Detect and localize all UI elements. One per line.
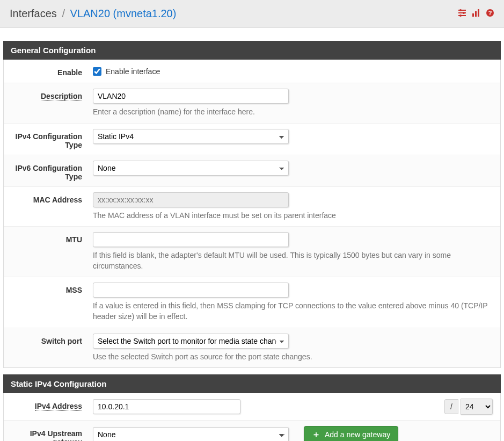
row-mtu: MTU If this field is blank, the adapter'… xyxy=(4,227,500,277)
description-input[interactable] xyxy=(93,89,289,104)
breadcrumb-current[interactable]: VLAN20 (mvneta1.20) xyxy=(70,8,177,19)
cidr-slash: / xyxy=(444,399,458,414)
row-ipv4-gateway: IPv4 Upstream gateway None ＋ Add a new g… xyxy=(4,421,500,441)
label-mac: MAC Address xyxy=(4,192,90,221)
chart-icon[interactable] xyxy=(472,9,480,19)
panel-general-configuration: General Configuration Enable Enable inte… xyxy=(3,41,501,368)
row-enable: Enable Enable interface xyxy=(4,60,500,83)
add-gateway-button[interactable]: ＋ Add a new gateway xyxy=(304,426,398,441)
panel-title-staticv4: Static IPv4 Configuration xyxy=(3,374,501,393)
row-mss: MSS If a value is entered in this field,… xyxy=(4,277,500,328)
page-header: Interfaces / VLAN20 (mvneta1.20) ? xyxy=(0,0,504,28)
breadcrumb: Interfaces / VLAN20 (mvneta1.20) xyxy=(10,8,176,20)
switchport-help: Use the selected Switch port as source f… xyxy=(93,352,493,363)
mss-help: If a value is entered in this field, the… xyxy=(93,301,493,322)
header-actions: ? xyxy=(458,9,494,19)
mss-input[interactable] xyxy=(93,283,289,298)
ipv6-type-select[interactable]: None xyxy=(93,161,289,176)
mac-input xyxy=(93,192,289,207)
gateway-select[interactable]: None xyxy=(93,427,289,441)
enable-checkbox[interactable] xyxy=(93,67,101,76)
breadcrumb-root[interactable]: Interfaces xyxy=(10,8,57,19)
settings-icon[interactable] xyxy=(458,9,466,19)
row-ipv4-type: IPv4 Configuration Type Static IPv4 xyxy=(4,124,500,155)
panel-title-general: General Configuration xyxy=(3,41,501,60)
svg-point-5 xyxy=(459,15,462,17)
row-ipv4-address: IPv4 Address / 24 xyxy=(4,393,500,421)
label-enable: Enable xyxy=(4,65,90,77)
add-gateway-label: Add a new gateway xyxy=(325,430,390,439)
label-ipv4-gateway: IPv4 Upstream gateway xyxy=(4,426,90,441)
svg-point-3 xyxy=(459,9,462,11)
mac-help: The MAC address of a VLAN interface must… xyxy=(93,211,493,221)
row-ipv6-type: IPv6 Configuration Type None xyxy=(4,155,500,187)
svg-rect-7 xyxy=(475,11,477,17)
plus-icon: ＋ xyxy=(312,430,320,439)
cidr-select[interactable]: 24 xyxy=(461,399,493,415)
row-switchport: Switch port Select the Switch port to mo… xyxy=(4,328,500,368)
label-mtu: MTU xyxy=(4,232,90,271)
breadcrumb-separator: / xyxy=(62,8,65,19)
label-ipv4-address: IPv4 Address xyxy=(35,402,82,411)
svg-rect-8 xyxy=(478,9,479,17)
svg-rect-6 xyxy=(472,13,474,17)
svg-point-4 xyxy=(463,12,465,14)
switchport-select[interactable]: Select the Switch port to monitor for me… xyxy=(93,334,289,349)
description-help: Enter a description (name) for the inter… xyxy=(93,107,493,118)
ipv4-address-input[interactable] xyxy=(93,399,240,414)
label-switchport: Switch port xyxy=(4,334,90,363)
enable-checkbox-wrapper[interactable]: Enable interface xyxy=(93,67,160,76)
mtu-help: If this field is blank, the adapter's de… xyxy=(93,250,493,271)
panel-static-ipv4: Static IPv4 Configuration IPv4 Address /… xyxy=(3,374,501,441)
label-ipv6-type: IPv6 Configuration Type xyxy=(4,161,90,181)
svg-text:?: ? xyxy=(488,10,492,16)
row-description: Description Enter a description (name) f… xyxy=(4,83,500,124)
label-ipv4-type: IPv4 Configuration Type xyxy=(4,129,90,149)
label-description: Description xyxy=(41,92,82,101)
label-mss: MSS xyxy=(4,283,90,322)
help-icon[interactable]: ? xyxy=(486,9,494,19)
mtu-input[interactable] xyxy=(93,232,289,247)
ipv4-type-select[interactable]: Static IPv4 xyxy=(93,129,289,144)
enable-checkbox-label: Enable interface xyxy=(106,67,160,76)
row-mac: MAC Address The MAC address of a VLAN in… xyxy=(4,187,500,227)
